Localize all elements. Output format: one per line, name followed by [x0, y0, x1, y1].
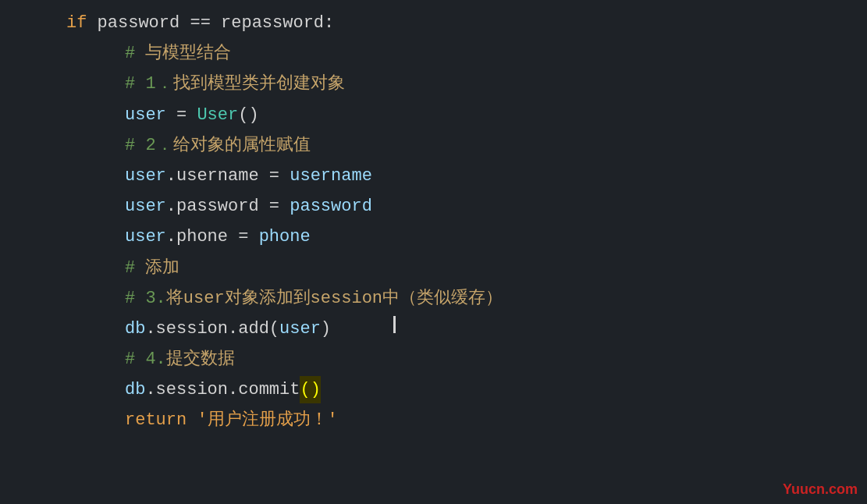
comment-hash: # [125, 254, 145, 282]
paren-close: ) [311, 376, 321, 403]
comment-text: 将user对象添加到session中（类似缓存） [166, 285, 503, 312]
code-text: ) [321, 315, 331, 343]
comment-hash: # 3. [125, 285, 166, 312]
comment-text: 提交数据 [166, 346, 235, 373]
code-line-6: user.username = username [0, 161, 867, 191]
comment-hash: # 4. [125, 346, 166, 373]
var-user: user [125, 193, 166, 220]
code-line-13: db.session.commit() [0, 374, 867, 405]
comment-text: 给对象的属性赋值 [173, 132, 311, 159]
var-user: user [125, 162, 166, 190]
keyword-return: return [125, 406, 187, 434]
var-username: username [290, 162, 372, 190]
comment-hash: # 2． [125, 132, 173, 159]
code-text: password == repassword: [87, 9, 334, 37]
comment-hash: # [125, 40, 145, 67]
keyword-if: if [66, 9, 87, 37]
var-db: db [125, 376, 145, 403]
text-cursor [393, 316, 396, 333]
comment-text: 与模型结合 [145, 40, 231, 67]
comment-text: 找到模型类并创建对象 [173, 70, 345, 98]
code-line-7: user.password = password [0, 191, 867, 222]
var-phone: phone [259, 223, 311, 250]
var-db: db [125, 315, 145, 343]
code-text: .session.commit [145, 376, 300, 403]
code-line-5: # 2．给对象的属性赋值 [0, 130, 867, 161]
var-password: password [290, 193, 372, 220]
code-line-1: if password == repassword: [0, 8, 867, 38]
watermark: Yuucn.com [783, 481, 858, 498]
code-line-14: return '用户注册成功！' [0, 405, 867, 435]
code-line-4: user = User() [0, 100, 867, 130]
paren-open: ( [300, 376, 310, 403]
code-line-8: user.phone = phone [0, 222, 867, 252]
code-text: .phone = [166, 223, 259, 250]
code-text: .username = [166, 162, 290, 190]
var-user: user [125, 223, 166, 250]
class-user: User [197, 101, 238, 129]
code-text: () [238, 101, 258, 129]
comment-hash: # 1． [125, 70, 173, 98]
code-text: = [166, 101, 197, 129]
code-line-12: # 4.提交数据 [0, 344, 867, 374]
code-text: .session.add( [145, 315, 279, 343]
code-line-10: # 3.将user对象添加到session中（类似缓存） [0, 283, 867, 314]
var-user: user [279, 315, 321, 343]
var-user: user [125, 101, 166, 129]
code-line-9: # 添加 [0, 253, 867, 283]
code-line-11: db.session.add(user) [0, 314, 867, 344]
string-value: '用户注册成功！' [197, 406, 337, 434]
comment-text: 添加 [145, 254, 179, 282]
code-editor: if password == repassword: # 与模型结合 # 1．找… [0, 0, 867, 504]
code-line-3: # 1．找到模型类并创建对象 [0, 69, 867, 99]
code-line-2: # 与模型结合 [0, 38, 867, 69]
code-text [187, 406, 197, 434]
code-text: .password = [166, 193, 290, 220]
